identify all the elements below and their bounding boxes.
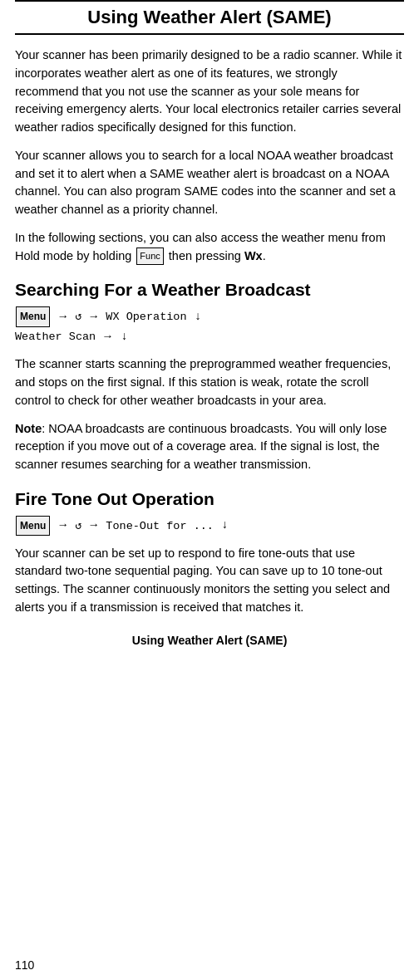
section-1-note: Note: NOAA broadcasts are continuous bro… (15, 420, 404, 474)
s2-menu-symbol-1: ↺ (75, 520, 81, 532)
note-label: Note (15, 422, 42, 435)
section-2-heading: Fire Tone Out Operation (15, 489, 404, 509)
s2-down-arrow-1: ↓ (221, 518, 228, 532)
menu-symbol-1: ↺ (75, 311, 81, 323)
footer-title: Using Weather Alert (SAME) (15, 634, 404, 647)
section-2-menu-block: Menu → ↺ → Tone-Out for ... ↓ (15, 516, 404, 537)
menu-key-2: Menu (16, 516, 50, 536)
paragraph-3-end: then pressing (165, 249, 244, 262)
menu-code-2: Weather Scan (15, 331, 96, 343)
paragraph-1: Your scanner has been primarily designed… (15, 47, 404, 137)
down-arrow-1: ↓ (195, 310, 201, 323)
menu-code-1: WX Operation (106, 311, 186, 323)
s2-arrow-2: → (91, 518, 105, 532)
func-key: Func (136, 247, 163, 265)
s2-arrow-1: → (59, 518, 73, 532)
paragraph-3: In the following sections, you can also … (15, 229, 404, 266)
arrow-3: → (104, 330, 118, 343)
section-1-heading: Searching For a Weather Broadcast (15, 280, 404, 300)
wx-label: Wx (244, 249, 263, 262)
menu-key-1: Menu (16, 306, 50, 326)
section-2-body: Your scanner can be set up to respond to… (15, 545, 404, 617)
arrow-2: → (91, 310, 105, 323)
section-1-menu-block: Menu → ↺ → WX Operation ↓ Weather Scan →… (15, 306, 404, 347)
section-2-menu-line-1: Menu → ↺ → Tone-Out for ... ↓ (15, 516, 404, 537)
note-body: NOAA broadcasts are continuous broadcast… (15, 422, 387, 472)
s2-menu-code-1: Tone-Out for ... (106, 520, 214, 532)
down-arrow-2: ↓ (121, 330, 127, 343)
section-1-body: The scanner starts scanning the preprogr… (15, 355, 404, 409)
section-1-menu-line-1: Menu → ↺ → WX Operation ↓ (15, 306, 404, 327)
page-number: 110 (15, 958, 34, 972)
section-1-menu-line-2: Weather Scan → ↓ (15, 327, 404, 347)
page-container: Using Weather Alert (SAME) Your scanner … (0, 0, 419, 980)
page-title: Using Weather Alert (SAME) (15, 0, 404, 35)
arrow-1: → (59, 310, 73, 323)
paragraph-3-period: . (263, 249, 266, 262)
paragraph-2: Your scanner allows you to search for a … (15, 147, 404, 219)
